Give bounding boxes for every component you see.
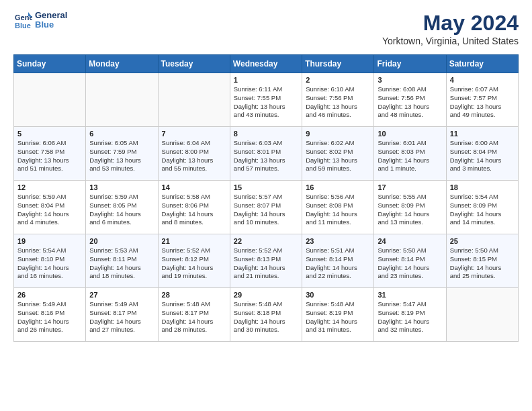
calendar-cell: 2Sunrise: 6:10 AM Sunset: 7:56 PM Daylig… — [302, 73, 374, 127]
day-info: Sunrise: 5:54 AM Sunset: 8:10 PM Dayligh… — [17, 246, 82, 281]
calendar-cell: 7Sunrise: 6:04 AM Sunset: 8:00 PM Daylig… — [158, 127, 230, 181]
calendar-cell: 3Sunrise: 6:08 AM Sunset: 7:56 PM Daylig… — [374, 73, 446, 127]
calendar-cell — [158, 73, 230, 127]
day-number: 21 — [162, 237, 226, 245]
day-info: Sunrise: 6:06 AM Sunset: 7:58 PM Dayligh… — [17, 139, 82, 173]
day-info: Sunrise: 5:54 AM Sunset: 8:09 PM Dayligh… — [450, 193, 515, 227]
day-number: 8 — [234, 130, 298, 138]
logo: General Blue General Blue — [13, 11, 67, 30]
day-info: Sunrise: 6:01 AM Sunset: 8:03 PM Dayligh… — [378, 139, 442, 173]
day-info: Sunrise: 5:50 AM Sunset: 8:15 PM Dayligh… — [450, 246, 515, 281]
weekday-header-monday: Monday — [86, 55, 158, 73]
day-info: Sunrise: 6:11 AM Sunset: 7:55 PM Dayligh… — [234, 85, 298, 120]
day-info: Sunrise: 6:00 AM Sunset: 8:04 PM Dayligh… — [450, 139, 515, 173]
weekday-header-thursday: Thursday — [302, 55, 374, 73]
day-info: Sunrise: 5:47 AM Sunset: 8:19 PM Dayligh… — [378, 300, 442, 334]
weekday-header-tuesday: Tuesday — [158, 55, 230, 73]
day-info: Sunrise: 5:49 AM Sunset: 8:16 PM Dayligh… — [17, 300, 82, 334]
day-number: 14 — [162, 183, 226, 191]
calendar-cell: 15Sunrise: 5:57 AM Sunset: 8:07 PM Dayli… — [230, 181, 302, 234]
calendar-cell: 6Sunrise: 6:05 AM Sunset: 7:59 PM Daylig… — [86, 127, 158, 181]
calendar-cell: 25Sunrise: 5:50 AM Sunset: 8:15 PM Dayli… — [446, 234, 518, 288]
calendar-cell: 8Sunrise: 6:03 AM Sunset: 8:01 PM Daylig… — [230, 127, 302, 181]
calendar-cell: 14Sunrise: 5:58 AM Sunset: 8:06 PM Dayli… — [158, 181, 230, 234]
weekday-header-friday: Friday — [374, 55, 446, 73]
day-number: 13 — [89, 183, 154, 191]
svg-text:Blue: Blue — [15, 21, 31, 30]
logo-line1: General — [35, 11, 67, 20]
day-info: Sunrise: 6:03 AM Sunset: 8:01 PM Dayligh… — [234, 139, 298, 173]
day-number: 20 — [89, 237, 154, 245]
day-info: Sunrise: 5:56 AM Sunset: 8:08 PM Dayligh… — [306, 193, 370, 227]
day-number: 16 — [306, 183, 370, 191]
calendar-cell: 11Sunrise: 6:00 AM Sunset: 8:04 PM Dayli… — [446, 127, 518, 181]
calendar-cell: 23Sunrise: 5:51 AM Sunset: 8:14 PM Dayli… — [302, 234, 374, 288]
day-number: 17 — [378, 183, 442, 191]
day-info: Sunrise: 5:52 AM Sunset: 8:13 PM Dayligh… — [234, 246, 298, 281]
day-info: Sunrise: 5:59 AM Sunset: 8:04 PM Dayligh… — [17, 193, 82, 227]
weekday-header-sunday: Sunday — [14, 55, 86, 73]
day-info: Sunrise: 5:53 AM Sunset: 8:11 PM Dayligh… — [89, 246, 154, 281]
day-number: 31 — [378, 291, 442, 299]
calendar-cell: 13Sunrise: 5:59 AM Sunset: 8:05 PM Dayli… — [86, 181, 158, 234]
day-number: 26 — [17, 291, 82, 299]
calendar-cell: 4Sunrise: 6:07 AM Sunset: 7:57 PM Daylig… — [446, 73, 518, 127]
day-info: Sunrise: 6:08 AM Sunset: 7:56 PM Dayligh… — [378, 85, 442, 120]
logo-line2: Blue — [35, 20, 67, 30]
day-number: 18 — [450, 183, 515, 191]
calendar-week-5: 26Sunrise: 5:49 AM Sunset: 8:16 PM Dayli… — [14, 288, 519, 342]
calendar-cell: 12Sunrise: 5:59 AM Sunset: 8:04 PM Dayli… — [14, 181, 86, 234]
day-number: 30 — [306, 291, 370, 299]
day-info: Sunrise: 5:52 AM Sunset: 8:12 PM Dayligh… — [162, 246, 226, 281]
day-info: Sunrise: 6:07 AM Sunset: 7:57 PM Dayligh… — [450, 85, 515, 120]
calendar-cell: 19Sunrise: 5:54 AM Sunset: 8:10 PM Dayli… — [14, 234, 86, 288]
calendar-cell: 10Sunrise: 6:01 AM Sunset: 8:03 PM Dayli… — [374, 127, 446, 181]
calendar-cell: 22Sunrise: 5:52 AM Sunset: 8:13 PM Dayli… — [230, 234, 302, 288]
day-number: 3 — [378, 76, 442, 84]
calendar-cell: 20Sunrise: 5:53 AM Sunset: 8:11 PM Dayli… — [86, 234, 158, 288]
day-info: Sunrise: 5:58 AM Sunset: 8:06 PM Dayligh… — [162, 193, 226, 227]
day-number: 5 — [17, 130, 82, 138]
day-info: Sunrise: 5:57 AM Sunset: 8:07 PM Dayligh… — [234, 193, 298, 227]
calendar-cell: 26Sunrise: 5:49 AM Sunset: 8:16 PM Dayli… — [14, 288, 86, 342]
page-header: General Blue General Blue May 2024 Yorkt… — [13, 11, 519, 46]
day-info: Sunrise: 5:50 AM Sunset: 8:14 PM Dayligh… — [378, 246, 442, 281]
calendar-cell: 24Sunrise: 5:50 AM Sunset: 8:14 PM Dayli… — [374, 234, 446, 288]
calendar-week-3: 12Sunrise: 5:59 AM Sunset: 8:04 PM Dayli… — [14, 181, 519, 234]
day-number: 6 — [89, 130, 154, 138]
calendar-cell: 5Sunrise: 6:06 AM Sunset: 7:58 PM Daylig… — [14, 127, 86, 181]
calendar-title-area: May 2024 Yorktown, Virginia, United Stat… — [382, 11, 519, 46]
day-info: Sunrise: 5:48 AM Sunset: 8:17 PM Dayligh… — [162, 300, 226, 334]
calendar-cell: 1Sunrise: 6:11 AM Sunset: 7:55 PM Daylig… — [230, 73, 302, 127]
day-info: Sunrise: 6:02 AM Sunset: 8:02 PM Dayligh… — [306, 139, 370, 173]
day-number: 19 — [17, 237, 82, 245]
calendar-cell: 18Sunrise: 5:54 AM Sunset: 8:09 PM Dayli… — [446, 181, 518, 234]
day-info: Sunrise: 6:10 AM Sunset: 7:56 PM Dayligh… — [306, 85, 370, 120]
day-number: 12 — [17, 183, 82, 191]
calendar-cell: 31Sunrise: 5:47 AM Sunset: 8:19 PM Dayli… — [374, 288, 446, 342]
calendar-cell: 17Sunrise: 5:55 AM Sunset: 8:09 PM Dayli… — [374, 181, 446, 234]
weekday-header-wednesday: Wednesday — [230, 55, 302, 73]
day-number: 27 — [89, 291, 154, 299]
location-subtitle: Yorktown, Virginia, United States — [382, 36, 519, 46]
day-info: Sunrise: 5:59 AM Sunset: 8:05 PM Dayligh… — [89, 193, 154, 227]
day-info: Sunrise: 5:51 AM Sunset: 8:14 PM Dayligh… — [306, 246, 370, 281]
day-number: 9 — [306, 130, 370, 138]
calendar-table: SundayMondayTuesdayWednesdayThursdayFrid… — [13, 54, 519, 342]
day-number: 11 — [450, 130, 515, 138]
day-info: Sunrise: 6:05 AM Sunset: 7:59 PM Dayligh… — [89, 139, 154, 173]
day-number: 25 — [450, 237, 515, 245]
calendar-week-2: 5Sunrise: 6:06 AM Sunset: 7:58 PM Daylig… — [14, 127, 519, 181]
calendar-cell: 30Sunrise: 5:48 AM Sunset: 8:19 PM Dayli… — [302, 288, 374, 342]
calendar-cell: 16Sunrise: 5:56 AM Sunset: 8:08 PM Dayli… — [302, 181, 374, 234]
weekday-header-saturday: Saturday — [446, 55, 518, 73]
day-number: 24 — [378, 237, 442, 245]
calendar-cell — [86, 73, 158, 127]
calendar-cell: 29Sunrise: 5:48 AM Sunset: 8:18 PM Dayli… — [230, 288, 302, 342]
calendar-cell: 27Sunrise: 5:49 AM Sunset: 8:17 PM Dayli… — [86, 288, 158, 342]
day-number: 2 — [306, 76, 370, 84]
calendar-cell: 9Sunrise: 6:02 AM Sunset: 8:02 PM Daylig… — [302, 127, 374, 181]
day-number: 29 — [234, 291, 298, 299]
calendar-week-1: 1Sunrise: 6:11 AM Sunset: 7:55 PM Daylig… — [14, 73, 519, 127]
day-number: 4 — [450, 76, 515, 84]
